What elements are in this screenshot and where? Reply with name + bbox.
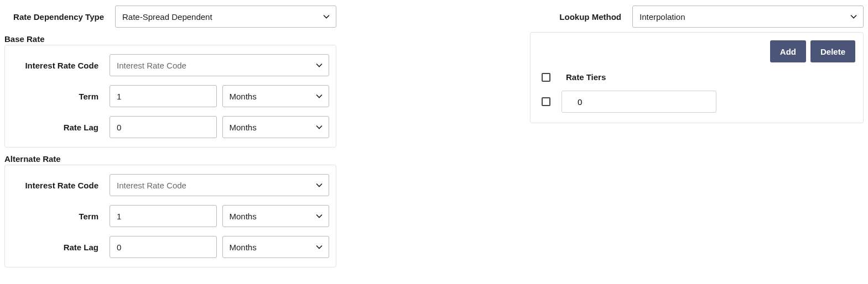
base-rate-title: Base Rate [4,34,336,44]
alternate-rate-group: Interest Rate Code Interest Rate Code Te… [4,165,336,267]
alt-term-unit-value: Months [230,212,257,221]
alt-term-label: Term [8,212,110,221]
alt-rate-lag-label: Rate Lag [8,243,110,252]
base-rate-lag-unit-value: Months [230,123,257,132]
rate-tiers-header: Rate Tiers [566,72,606,82]
alt-term-unit-select[interactable]: Months [222,205,330,227]
alternate-rate-title: Alternate Rate [4,154,336,164]
base-interest-rate-code-placeholder: Interest Rate Code [117,61,186,70]
alt-interest-rate-code-label: Interest Rate Code [8,181,110,190]
base-interest-rate-code-select[interactable]: Interest Rate Code [110,54,329,76]
alt-rate-lag-input[interactable] [110,236,217,258]
select-all-checkbox[interactable] [542,73,550,82]
base-interest-rate-code-label: Interest Rate Code [8,61,110,70]
lookup-method-label: Lookup Method [530,12,632,22]
tier-row [538,91,855,113]
base-rate-lag-label: Rate Lag [8,123,110,132]
alt-rate-lag-unit-value: Months [230,243,257,252]
tier-value-input[interactable] [562,91,716,113]
alt-rate-lag-unit-select[interactable]: Months [222,236,330,258]
base-rate-lag-input[interactable] [110,116,217,138]
alt-interest-rate-code-select[interactable]: Interest Rate Code [110,174,329,196]
lookup-method-value: Interpolation [640,12,685,22]
alt-term-input[interactable] [110,205,217,227]
base-term-unit-select[interactable]: Months [222,85,330,107]
base-rate-lag-unit-select[interactable]: Months [222,116,330,138]
add-button[interactable]: Add [770,40,806,62]
lookup-method-select[interactable]: Interpolation [632,6,864,28]
delete-button[interactable]: Delete [810,40,855,62]
rate-dependency-type-label: Rate Dependency Type [4,12,115,22]
base-rate-group: Interest Rate Code Interest Rate Code Te… [4,45,336,148]
rate-dependency-type-value: Rate-Spread Dependent [122,12,212,22]
alt-interest-rate-code-placeholder: Interest Rate Code [117,181,186,190]
rate-dependency-type-select[interactable]: Rate-Spread Dependent [115,6,336,28]
tier-row-checkbox[interactable] [542,97,550,106]
base-term-label: Term [8,92,110,101]
base-term-input[interactable] [110,85,217,107]
base-term-unit-value: Months [230,92,257,101]
rate-tiers-panel: Add Delete Rate Tiers [530,32,864,123]
